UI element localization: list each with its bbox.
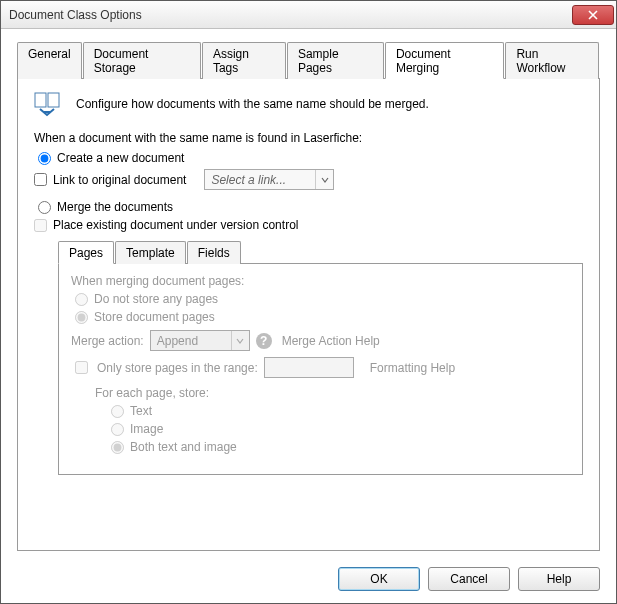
radio-store-input: [75, 311, 88, 324]
ok-button[interactable]: OK: [338, 567, 420, 591]
inner-tab-panel-pages: When merging document pages: Do not stor…: [58, 264, 583, 475]
radio-store-both: Both text and image: [111, 440, 570, 454]
foreach-label: For each page, store:: [95, 386, 570, 400]
close-button[interactable]: [572, 5, 614, 25]
merge-icon: [34, 91, 66, 117]
content-area: General Document Storage Assign Tags Sam…: [1, 29, 616, 559]
pages-heading: When merging document pages:: [71, 274, 570, 288]
radio-store-text: Text: [111, 404, 570, 418]
checkbox-version-control-input[interactable]: [34, 219, 47, 232]
radio-no-store: Do not store any pages: [75, 292, 570, 306]
cancel-button[interactable]: Cancel: [428, 567, 510, 591]
merge-action-label: Merge action:: [71, 334, 144, 348]
checkbox-version-control-label: Place existing document under version co…: [53, 218, 298, 232]
radio-create-new[interactable]: Create a new document: [38, 151, 583, 165]
radio-store: Store document pages: [75, 310, 570, 324]
formatting-help-link: Formatting Help: [370, 361, 455, 375]
help-button[interactable]: Help: [518, 567, 600, 591]
radio-store-image: Image: [111, 422, 570, 436]
inner-tab-template[interactable]: Template: [115, 241, 186, 264]
window-title: Document Class Options: [9, 8, 572, 22]
radio-store-text-label: Text: [130, 404, 152, 418]
tab-assign-tags[interactable]: Assign Tags: [202, 42, 286, 79]
radio-store-text-input: [111, 405, 124, 418]
link-select-placeholder: Select a link...: [205, 173, 315, 187]
button-bar: OK Cancel Help: [1, 559, 616, 603]
inner-tab-container: Pages Template Fields When merging docum…: [58, 240, 583, 475]
intro-row: Configure how documents with the same na…: [34, 91, 583, 117]
tab-panel-document-merging: Configure how documents with the same na…: [17, 79, 600, 551]
main-tabstrip: General Document Storage Assign Tags Sam…: [17, 41, 600, 79]
checkbox-link-original[interactable]: Link to original document Select a link.…: [34, 169, 583, 190]
range-textbox: [264, 357, 354, 378]
svg-rect-1: [48, 93, 59, 107]
radio-store-image-input: [111, 423, 124, 436]
inner-tab-pages[interactable]: Pages: [58, 241, 114, 264]
checkbox-link-original-input[interactable]: [34, 173, 47, 186]
link-select-combo[interactable]: Select a link...: [204, 169, 334, 190]
chevron-down-icon: [231, 331, 249, 350]
close-icon: [588, 10, 598, 20]
checkbox-link-original-label: Link to original document: [53, 173, 186, 187]
section-heading: When a document with the same name is fo…: [34, 131, 583, 145]
checkbox-version-control[interactable]: Place existing document under version co…: [34, 218, 583, 232]
merge-action-row: Merge action: Append ? Merge Action Help: [71, 330, 570, 351]
merge-action-help: Merge Action Help: [282, 334, 380, 348]
merge-action-combo: Append: [150, 330, 250, 351]
dialog-window: Document Class Options General Document …: [0, 0, 617, 604]
svg-rect-0: [35, 93, 46, 107]
radio-store-image-label: Image: [130, 422, 163, 436]
radio-store-label: Store document pages: [94, 310, 215, 324]
tab-general[interactable]: General: [17, 42, 82, 79]
chevron-down-icon: [315, 170, 333, 189]
tab-sample-pages[interactable]: Sample Pages: [287, 42, 384, 79]
tab-document-merging[interactable]: Document Merging: [385, 42, 504, 79]
radio-no-store-label: Do not store any pages: [94, 292, 218, 306]
checkbox-only-range-input: [75, 361, 88, 374]
inner-tab-fields[interactable]: Fields: [187, 241, 241, 264]
radio-create-new-label: Create a new document: [57, 151, 184, 165]
radio-merge-docs[interactable]: Merge the documents: [38, 200, 583, 214]
radio-merge-docs-input[interactable]: [38, 201, 51, 214]
radio-store-both-input: [111, 441, 124, 454]
tab-document-storage[interactable]: Document Storage: [83, 42, 201, 79]
inner-tabstrip: Pages Template Fields: [58, 240, 583, 264]
radio-store-both-label: Both text and image: [130, 440, 237, 454]
help-icon: ?: [256, 333, 272, 349]
radio-create-new-input[interactable]: [38, 152, 51, 165]
only-range-row: Only store pages in the range: Formattin…: [71, 357, 570, 378]
radio-no-store-input: [75, 293, 88, 306]
titlebar: Document Class Options: [1, 1, 616, 29]
tab-run-workflow[interactable]: Run Workflow: [505, 42, 599, 79]
intro-text: Configure how documents with the same na…: [76, 97, 429, 111]
checkbox-only-range-label: Only store pages in the range:: [97, 361, 258, 375]
radio-merge-docs-label: Merge the documents: [57, 200, 173, 214]
merge-action-value: Append: [151, 334, 231, 348]
